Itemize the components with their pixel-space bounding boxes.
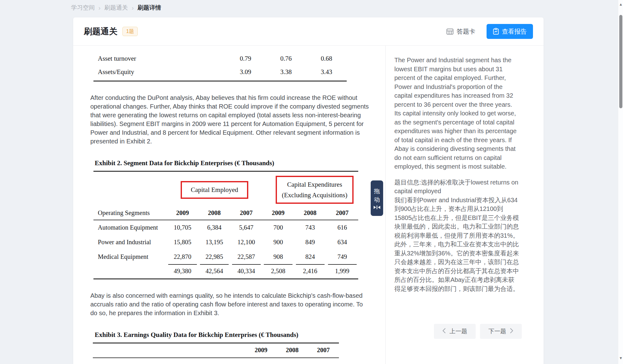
drag-handle-label: 拖动 xyxy=(373,187,380,204)
segment-label: Automation Equipment xyxy=(93,220,167,235)
scroll-down-arrow-icon[interactable]: ▼ xyxy=(618,356,623,360)
ratio-value: 0.68 xyxy=(306,55,347,63)
table-cell: 634 xyxy=(326,235,358,250)
ratio-value: 3.09 xyxy=(225,68,266,76)
breadcrumb-item-drill-detail: 刷题详情 xyxy=(137,4,161,12)
ratio-table: Asset turnover 0.79 0.76 0.68 Assets/Equ… xyxy=(93,52,347,82)
table-cell: 13,195 xyxy=(198,235,230,250)
question-count-badge: 1题 xyxy=(122,27,138,36)
red-highlight-box: Capital Employed xyxy=(181,181,248,199)
table-totals-row: 49,380 42,564 40,334 2,508 2,416 1,999 xyxy=(93,264,358,279)
report-clipboard-icon xyxy=(493,28,499,35)
table-header-row: Operating Segments 2009 2008 2007 2009 2… xyxy=(93,208,358,220)
answer-card-icon xyxy=(446,28,454,35)
question-paragraph-2: Abay is also concerned with earnings qua… xyxy=(90,291,369,317)
ratio-value: 0.79 xyxy=(225,55,266,63)
scrollbar-thumb[interactable] xyxy=(619,15,622,108)
capital-employed-group-cell: Capital Employed xyxy=(167,171,262,208)
ratio-value: 3.43 xyxy=(306,68,347,76)
table-cell: 824 xyxy=(294,250,326,264)
column-header: 2009 xyxy=(245,347,277,354)
total-cell: 1,999 xyxy=(326,264,358,279)
empty-cell xyxy=(93,171,167,208)
table-row: Power and Industrial 15,805 13,195 12,10… xyxy=(93,235,358,250)
table-cell: 743 xyxy=(294,220,326,235)
chevron-left-icon xyxy=(442,328,446,335)
segment-label: Power and Industrial xyxy=(93,235,167,250)
table-cell: 22,870 xyxy=(167,250,198,264)
ratio-value: 3.38 xyxy=(266,68,306,76)
total-cell: 40,334 xyxy=(230,264,262,279)
column-header: 2007 xyxy=(308,347,339,354)
previous-question-label: 上一题 xyxy=(449,327,467,335)
total-value: 1,999 xyxy=(328,264,357,275)
table-header-row: 2009 2008 2007 xyxy=(93,343,339,357)
total-cell: 2,508 xyxy=(262,264,294,279)
total-value: 49,380 xyxy=(168,264,197,275)
table-row: Capital Employed Capital Expenditures(Ex… xyxy=(93,171,358,208)
segment-label: Medical Equipment xyxy=(93,250,167,264)
explanation-chinese-body: 我们看到Power and Industrial资本投入从634到900占比在上… xyxy=(394,196,520,293)
exhibit-2-title: Exhibit 2. Segment Data for Bickchip Ent… xyxy=(95,159,371,167)
explanation-chinese-intro: 题目信息:选择的标准取决于lowest returns on capital e… xyxy=(394,178,520,196)
table-row: Medical Equipment 22,870 22,985 22,587 9… xyxy=(93,250,358,264)
breadcrumb-separator-icon: › xyxy=(98,4,101,12)
table-cell: 22,587 xyxy=(230,250,262,264)
explanation-english: The Power and Industrial segment has the… xyxy=(394,56,520,171)
group-header-line: (Excluding Acquisitions) xyxy=(282,191,348,199)
window-scrollbar[interactable]: ▲ ▼ xyxy=(618,0,623,364)
question-paragraph-1: After conducting the DuPont analysis, Ab… xyxy=(90,93,369,146)
answer-card-button[interactable]: 答题卡 xyxy=(440,24,482,40)
view-report-label: 查看报告 xyxy=(502,27,527,36)
table-cell: 10,705 xyxy=(167,220,198,235)
capital-expenditures-group-cell: Capital Expenditures(Excluding Acquisiti… xyxy=(262,171,358,208)
exhibit-3-title: Exhibit 3. Earnings Quality Data for Bic… xyxy=(95,331,371,339)
exhibit-3: Exhibit 3. Earnings Quality Data for Bic… xyxy=(90,331,371,358)
table-row: Automation Equipment 10,705 6,384 5,647 … xyxy=(93,220,358,235)
pane-splitter-drag-handle[interactable]: 拖动 xyxy=(371,180,383,216)
total-value: 2,416 xyxy=(296,264,325,275)
exhibit-2: Exhibit 2. Segment Data for Bickchip Ent… xyxy=(90,159,371,279)
table-cell: 616 xyxy=(326,220,358,235)
ratio-label: Asset turnover xyxy=(98,55,225,63)
empty-cell xyxy=(93,264,167,279)
group-header-line: Capital Expenditures xyxy=(287,181,342,188)
previous-question-button[interactable]: 上一题 xyxy=(434,324,476,339)
question-document-pane[interactable]: Asset turnover 0.79 0.76 0.68 Assets/Equ… xyxy=(73,46,385,364)
card-header: 刷题通关 1题 答题卡 查看报告 xyxy=(73,17,544,46)
breadcrumb-item-question-drill[interactable]: 刷题通关 xyxy=(104,4,128,12)
next-question-label: 下一题 xyxy=(488,327,506,335)
total-value: 2,508 xyxy=(264,264,292,275)
table-cell: 22,985 xyxy=(198,250,230,264)
explanation-pane[interactable]: The Power and Industrial segment has the… xyxy=(385,46,544,364)
table-cell: 15,805 xyxy=(167,235,198,250)
table-cell: 700 xyxy=(262,220,294,235)
column-header: 2008 xyxy=(198,208,230,220)
table-row: Assets/Equity 3.09 3.38 3.43 xyxy=(93,65,347,79)
table-cell: 849 xyxy=(294,235,326,250)
red-highlight-box: Capital Expenditures(Excluding Acquisiti… xyxy=(276,176,354,204)
page-title: 刷题通关 xyxy=(84,26,117,37)
breadcrumb-item-learning-space[interactable]: 学习空间 xyxy=(71,4,95,12)
question-nav-footer: 上一题 下一题 xyxy=(434,324,522,339)
column-header: 2007 xyxy=(230,208,262,220)
column-header: 2008 xyxy=(294,208,326,220)
scroll-up-arrow-icon[interactable]: ▲ xyxy=(618,2,623,7)
column-header: Operating Segments xyxy=(93,208,167,220)
column-header: 2009 xyxy=(262,208,294,220)
breadcrumb-separator-icon: › xyxy=(132,4,134,12)
total-cell: 42,564 xyxy=(198,264,230,279)
total-value: 42,564 xyxy=(200,264,229,275)
next-question-button[interactable]: 下一题 xyxy=(480,324,522,339)
table-cell: 12,100 xyxy=(230,235,262,250)
view-report-button[interactable]: 查看报告 xyxy=(487,24,533,39)
breadcrumb: 学习空间 › 刷题通关 › 刷题详情 xyxy=(71,4,161,12)
table-cell: 749 xyxy=(326,250,358,264)
total-cell: 2,416 xyxy=(294,264,326,279)
explanation-chinese: 题目信息:选择的标准取决于lowest returns on capital e… xyxy=(394,178,520,293)
table-cell: 908 xyxy=(262,250,294,264)
total-cell: 49,380 xyxy=(167,264,198,279)
main-card: 刷题通关 1题 答题卡 查看报告 Asset turnover 0.79 0.7… xyxy=(73,17,544,364)
total-value: 40,334 xyxy=(232,264,261,275)
column-header: 2007 xyxy=(326,208,358,220)
